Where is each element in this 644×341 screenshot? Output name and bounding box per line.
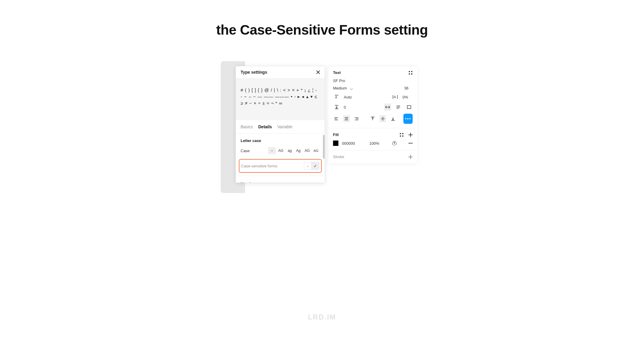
- panel-text: Text SF Pro Medium 36 A Auto A: [328, 66, 417, 128]
- letter-spacing-icon[interactable]: A: [392, 93, 399, 101]
- fill-hex[interactable]: 000000: [342, 141, 355, 146]
- scrollbar-thumb[interactable]: [323, 135, 325, 159]
- csf-on-button[interactable]: ✓: [312, 162, 319, 170]
- vertical-align-top-icon[interactable]: [369, 115, 376, 122]
- font-size[interactable]: 36: [401, 86, 413, 90]
- paragraph-spacing-value[interactable]: 0: [344, 105, 346, 109]
- text-align-center-icon[interactable]: [343, 115, 350, 122]
- panel-stroke-title: Stroke: [333, 155, 344, 159]
- chevron-down-icon[interactable]: [350, 87, 353, 90]
- auto-width-icon[interactable]: [384, 104, 391, 111]
- case-option-none[interactable]: –: [268, 147, 276, 154]
- case-option-title[interactable]: Ag: [295, 147, 302, 154]
- row-align-more: [333, 114, 413, 124]
- panel-stroke-header: Stroke: [333, 155, 413, 159]
- line-height-value[interactable]: Auto: [344, 95, 352, 99]
- styles-icon[interactable]: [408, 71, 413, 75]
- row-font[interactable]: SF Pro: [333, 78, 413, 83]
- auto-height-icon[interactable]: [395, 104, 402, 111]
- vertical-align-bottom-icon[interactable]: [390, 115, 396, 122]
- row-lineheight-letterspacing: A Auto A 0%: [333, 93, 413, 101]
- case-options: – AG ag Ag AG AG: [268, 147, 320, 154]
- case-option-lower[interactable]: ag: [286, 147, 294, 154]
- design-inspector: Text SF Pro Medium 36 A Auto A: [328, 66, 417, 163]
- vertical-align-middle-icon[interactable]: [380, 115, 386, 122]
- panel-fill: Fill 000000 100%: [328, 128, 417, 150]
- row-case-sensitive-forms: Case-sensitive forms - ✓: [239, 159, 322, 173]
- case-option-forced-smallcaps[interactable]: AG: [312, 147, 320, 154]
- text-align-right-icon[interactable]: [353, 115, 360, 122]
- text-align-left-icon[interactable]: [333, 115, 340, 122]
- paragraph-spacing-icon[interactable]: [333, 104, 340, 111]
- tab-details[interactable]: Details: [258, 124, 272, 129]
- row-paragraph-resize: 0: [333, 104, 413, 111]
- case-label: Case: [241, 149, 250, 153]
- divider: [236, 176, 325, 176]
- type-settings-body: Letter case Case – AG ag Ag AG AG Case-s…: [236, 134, 325, 183]
- svg-text:A: A: [335, 96, 337, 99]
- section-numbers: Numbers: [236, 177, 325, 183]
- section-letter-case: Letter case: [236, 134, 325, 146]
- type-tabs: Basics Details Variable: [236, 120, 325, 134]
- panel-text-title: Text: [333, 70, 341, 75]
- panel-fill-header: Fill: [333, 132, 413, 137]
- row-weight-size: Medium 36: [333, 86, 413, 90]
- panel-stroke: Stroke: [328, 150, 417, 163]
- csf-toggle: - ✓: [304, 162, 319, 170]
- close-icon[interactable]: [316, 70, 321, 75]
- page-title: the Case-Sensitive Forms setting: [0, 22, 644, 38]
- font-name: SF Pro: [333, 78, 345, 83]
- remove-fill-icon[interactable]: [408, 143, 413, 144]
- panel-text-header: Text: [333, 70, 413, 75]
- font-weight[interactable]: Medium: [333, 86, 347, 90]
- watermark: LRD.IM: [0, 313, 644, 321]
- csf-off-button[interactable]: -: [304, 162, 312, 170]
- case-option-smallcaps[interactable]: AG: [303, 147, 311, 154]
- fill-swatch[interactable]: [333, 141, 338, 146]
- row-case: Case – AG ag Ag AG AG: [236, 146, 325, 158]
- popover-header: Type settings: [236, 66, 325, 78]
- case-option-upper[interactable]: AG: [277, 147, 285, 154]
- fill-styles-icon[interactable]: [400, 133, 404, 137]
- letter-spacing-value[interactable]: 0%: [402, 95, 413, 99]
- fixed-size-icon[interactable]: [405, 104, 413, 111]
- row-fill-color: 000000 100%: [333, 141, 413, 146]
- svg-text:A: A: [394, 95, 396, 99]
- svg-rect-12: [407, 106, 411, 109]
- fill-opacity[interactable]: 100%: [369, 141, 379, 146]
- panel-fill-title: Fill: [333, 132, 339, 137]
- type-settings-popover: Type settings # ( ) [ ] { } @ / | \ : < …: [236, 66, 325, 183]
- type-preview: # ( ) [ ] { } @ / | \ : < > = + * ¡ ¿ ¦ …: [236, 78, 325, 120]
- tab-variable[interactable]: Variable: [277, 124, 292, 129]
- add-stroke-icon[interactable]: [408, 155, 413, 159]
- figure-stage: Type settings # ( ) [ ] { } @ / | \ : < …: [221, 61, 423, 196]
- csf-label: Case-sensitive forms: [241, 164, 277, 168]
- tab-basics[interactable]: Basics: [241, 124, 253, 129]
- type-details-button[interactable]: [403, 114, 413, 124]
- visibility-icon[interactable]: [392, 141, 397, 146]
- popover-title: Type settings: [241, 70, 267, 75]
- add-fill-icon[interactable]: [408, 133, 413, 137]
- line-height-icon[interactable]: A: [333, 93, 340, 101]
